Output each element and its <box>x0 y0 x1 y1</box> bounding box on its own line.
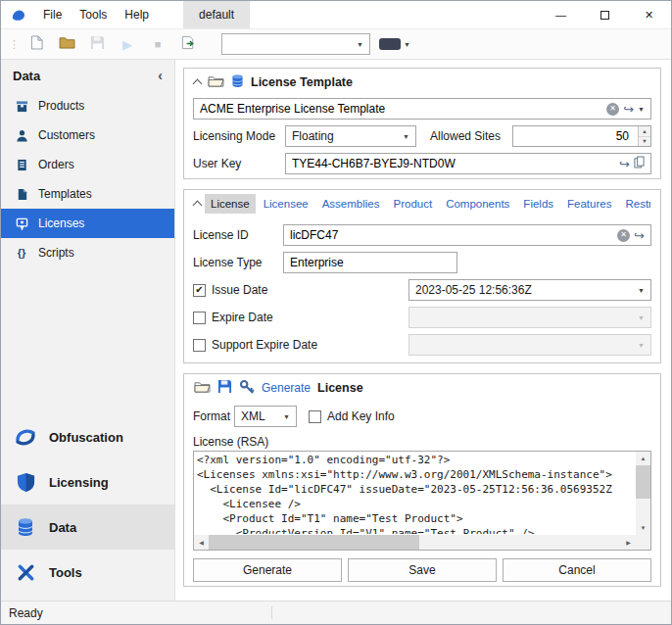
license-output-textarea[interactable]: <?xml version="1.0" encoding="utf-32"?> … <box>193 451 651 551</box>
license-tabs-header: License Licensee Assemblies Product Comp… <box>184 190 660 216</box>
chevron-down-icon[interactable]: ▼ <box>638 287 645 294</box>
sidebar-item-label: Products <box>38 99 84 113</box>
license-type-input[interactable] <box>290 253 451 272</box>
scroll-up-icon[interactable]: ▲ <box>636 452 650 465</box>
app-logo-icon <box>1 1 34 28</box>
generate-link[interactable]: Generate <box>262 381 311 395</box>
key-icon[interactable] <box>239 379 255 398</box>
scroll-left-icon[interactable]: ◀ <box>194 536 209 550</box>
folder-icon[interactable] <box>194 380 211 396</box>
tab-restrictions[interactable]: Restrictions <box>619 194 650 214</box>
mark-tool-button[interactable] <box>379 32 401 56</box>
template-database-icon[interactable] <box>231 73 244 91</box>
horizontal-scrollbar[interactable]: ◀ ▶ <box>194 535 636 550</box>
allowed-sites-field[interactable]: ▲ ▼ <box>512 125 651 147</box>
chevron-down-icon[interactable]: ▼ <box>403 133 409 140</box>
new-document-button[interactable] <box>25 32 47 56</box>
expire-date-checkbox[interactable] <box>193 312 206 324</box>
chevron-down-icon[interactable]: ▼ <box>283 413 290 420</box>
support-expire-date-checkbox[interactable] <box>193 339 206 352</box>
tab-components[interactable]: Components <box>440 194 515 214</box>
orders-icon <box>15 159 28 171</box>
format-combobox[interactable]: XML ▼ <box>234 406 297 427</box>
maximize-button[interactable] <box>583 1 627 28</box>
module-data[interactable]: Data <box>1 505 174 550</box>
reload-template-icon[interactable]: ↪ <box>623 103 634 116</box>
scroll-right-icon[interactable]: ▶ <box>621 536 636 550</box>
clear-icon[interactable]: ✕ <box>606 103 619 116</box>
tab-product[interactable]: Product <box>388 194 439 214</box>
menu-help[interactable]: Help <box>116 1 158 28</box>
add-key-info-checkbox[interactable] <box>309 410 321 423</box>
license-type-field[interactable] <box>283 252 457 273</box>
copy-icon[interactable] <box>634 156 645 171</box>
regenerate-id-icon[interactable]: ↪ <box>634 229 645 242</box>
license-id-input[interactable] <box>290 225 613 245</box>
regenerate-key-icon[interactable]: ↪ <box>619 158 630 170</box>
sidebar-item-products[interactable]: Products <box>1 91 174 120</box>
user-key-input[interactable] <box>292 154 615 173</box>
open-button[interactable] <box>56 32 77 56</box>
window-controls: — ✕ <box>539 1 671 28</box>
horizontal-scrollbar-thumb[interactable] <box>209 535 419 550</box>
run-button[interactable]: ▶ <box>117 32 138 56</box>
collapse-panel-icon[interactable] <box>193 79 203 89</box>
sidebar-item-templates[interactable]: Templates <box>1 179 174 209</box>
tab-assemblies[interactable]: Assemblies <box>316 194 386 214</box>
allowed-sites-spinner[interactable]: ▲ ▼ <box>638 126 650 146</box>
document-tab-default[interactable]: default <box>183 1 250 28</box>
save-license-button[interactable]: Save <box>348 558 497 582</box>
new-document-icon <box>30 35 43 53</box>
clear-icon[interactable]: ✕ <box>617 229 630 242</box>
allowed-sites-input[interactable] <box>519 126 634 146</box>
sidebar-item-label: Orders <box>38 158 74 171</box>
template-name-input[interactable] <box>200 99 602 119</box>
license-id-field[interactable]: ✕ ↪ <box>283 224 651 246</box>
chevron-down-icon: ▼ <box>638 314 645 321</box>
spin-down-icon[interactable]: ▼ <box>639 136 650 147</box>
issue-date-checkbox[interactable]: ✔ <box>193 284 206 297</box>
licensing-mode-combobox[interactable]: Floating ▼ <box>285 125 416 147</box>
collapse-panel-icon[interactable] <box>193 200 203 210</box>
mark-tool-dropdown-icon[interactable]: ▼ <box>404 41 410 48</box>
template-combobox[interactable]: ✕ ↪ ▼ <box>193 98 651 120</box>
module-obfuscation[interactable]: Obfuscation <box>1 414 174 459</box>
tab-fields[interactable]: Fields <box>517 194 559 214</box>
chevron-down-icon[interactable]: ▼ <box>638 106 645 113</box>
tab-licensee[interactable]: Licensee <box>258 194 314 214</box>
sidebar-item-licenses[interactable]: Licenses <box>1 209 174 238</box>
sidebar-item-scripts[interactable]: {} Scripts <box>1 238 174 267</box>
export-button[interactable] <box>177 32 199 56</box>
tab-license[interactable]: License <box>205 194 256 214</box>
scroll-down-icon[interactable]: ▼ <box>636 521 650 535</box>
support-expire-date-label: Support Expire Date <box>212 338 317 352</box>
module-tools[interactable]: Tools <box>1 550 174 595</box>
chevron-down-icon[interactable]: ▼ <box>357 41 363 48</box>
menu-file[interactable]: File <box>34 1 71 28</box>
vertical-scrollbar-thumb[interactable] <box>636 465 650 499</box>
licensing-mode-value: Floating <box>292 129 334 143</box>
stop-button[interactable]: ■ <box>147 32 168 56</box>
module-licensing[interactable]: Licensing <box>1 459 174 505</box>
vertical-scrollbar[interactable]: ▲ ▼ <box>636 452 650 535</box>
cancel-button[interactable]: Cancel <box>503 558 651 582</box>
menu-tools[interactable]: Tools <box>71 1 116 28</box>
tab-features[interactable]: Features <box>561 194 617 214</box>
save-license-icon[interactable] <box>217 379 232 397</box>
issue-date-combobox[interactable]: 2023-05-25 12:56:36Z ▼ <box>408 279 651 301</box>
generate-button[interactable]: Generate <box>193 558 342 582</box>
sidebar-collapse-icon[interactable]: ‹ <box>158 69 163 82</box>
folder-icon[interactable] <box>208 74 224 90</box>
minimize-button[interactable]: — <box>539 1 583 28</box>
panel-title: License Template <box>251 75 353 89</box>
sidebar-item-orders[interactable]: Orders <box>1 150 174 179</box>
spin-up-icon[interactable]: ▲ <box>639 126 650 136</box>
sidebar-modules: Obfuscation Licensing Data <box>1 414 174 601</box>
toolbar-combobox[interactable]: ▼ <box>221 33 370 55</box>
user-key-field[interactable]: ↪ <box>285 153 651 174</box>
save-button[interactable] <box>86 32 108 56</box>
close-button[interactable]: ✕ <box>627 1 671 28</box>
license-detail-panel: License Licensee Assemblies Product Comp… <box>183 189 661 363</box>
sidebar-item-customers[interactable]: Customers <box>1 120 174 150</box>
sidebar-item-label: Scripts <box>38 246 74 260</box>
